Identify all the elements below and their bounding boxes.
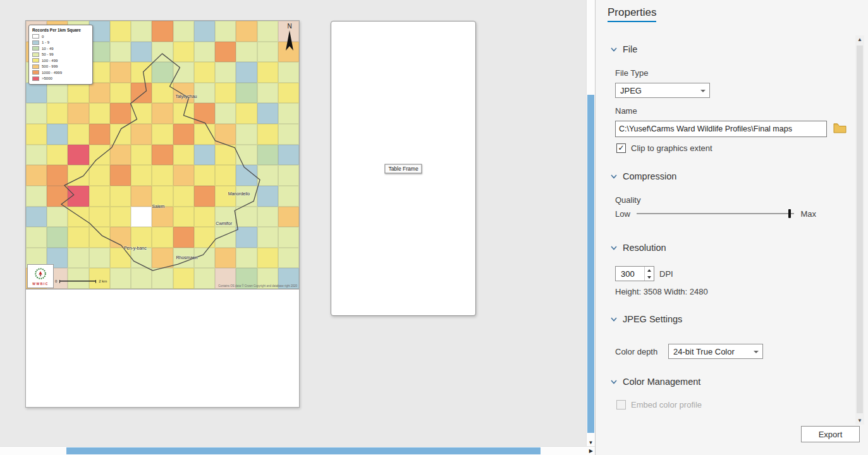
map-grid-cell — [194, 207, 215, 228]
panel-scrollbar[interactable]: ▲ ▼ — [855, 35, 864, 425]
wwbic-logo[interactable]: WWBIC — [27, 264, 54, 288]
map-grid-cell — [152, 186, 173, 207]
map-grid-cell — [194, 83, 215, 104]
legend-title: Records Per 1km Square — [32, 28, 89, 32]
map-grid-cell — [152, 165, 173, 186]
place-label: Salem — [152, 204, 165, 209]
map-grid-cell — [173, 83, 194, 104]
map-grid-cell — [236, 83, 257, 104]
color-depth-dropdown[interactable]: 24-bit True Color — [668, 344, 763, 359]
map-grid-cell — [278, 145, 299, 166]
scroll-up-icon[interactable]: ▲ — [855, 37, 864, 42]
legend-items: 01 - 910 - 4950 - 99100 - 499500 - 99910… — [32, 34, 89, 81]
map-grid-cell — [173, 227, 194, 248]
map-grid-cell — [257, 248, 278, 269]
clip-checkbox-row[interactable]: ✓ Clip to graphics extent — [616, 143, 712, 153]
dpi-spinner[interactable]: 300 — [615, 266, 654, 281]
map-grid-cell — [110, 165, 131, 186]
map-grid-cell — [257, 165, 278, 186]
map-grid-cell — [110, 83, 131, 104]
map-grid-cell — [152, 21, 173, 42]
scale-distance-label: 2 km — [99, 279, 107, 283]
map-grid-cell — [68, 207, 89, 228]
credit-text: Contains OS data © Crown Copyright and d… — [218, 284, 297, 288]
map-grid-cell — [257, 83, 278, 104]
map-grid-cell — [26, 124, 47, 145]
map-grid-cell — [89, 268, 110, 289]
scroll-down-icon[interactable]: ▼ — [855, 418, 864, 423]
wwbic-logo-icon — [34, 267, 47, 281]
clip-checkbox[interactable]: ✓ — [616, 143, 626, 153]
map-grid-cell — [194, 42, 215, 63]
quality-slider-track[interactable] — [637, 213, 795, 214]
section-jpeg-settings-header[interactable]: JPEG Settings — [611, 314, 682, 324]
canvas-vscroll-thumb[interactable] — [587, 95, 594, 433]
map-grid-cell — [278, 186, 299, 207]
section-compression-header[interactable]: Compression — [611, 171, 676, 181]
quality-max-label: Max — [800, 209, 816, 219]
map-grid-cell — [68, 186, 89, 207]
canvas-horizontal-scrollbar[interactable]: ▶ — [0, 446, 595, 455]
map-grid-cell — [236, 248, 257, 269]
table-frame-label[interactable]: Table Frame — [384, 164, 422, 173]
color-management-header-label: Color Management — [623, 377, 700, 387]
section-color-management-header[interactable]: Color Management — [611, 377, 700, 387]
spin-up-button[interactable] — [645, 267, 654, 274]
layout-page-table[interactable]: Table Frame — [331, 21, 476, 316]
map-grid-cell — [26, 145, 47, 166]
dpi-spinner-value[interactable]: 300 — [616, 267, 644, 281]
map-grid-cell — [110, 21, 131, 42]
canvas-scroll-down-icon[interactable]: ▼ — [587, 440, 595, 446]
map-grid-cell — [194, 21, 215, 42]
map-grid-cell — [131, 165, 152, 186]
file-type-label: File Type — [615, 68, 649, 78]
panel-scrollbar-thumb[interactable] — [857, 46, 863, 413]
embed-checkbox-label: Embed color profile — [631, 400, 702, 410]
canvas-hscroll-thumb[interactable] — [66, 447, 541, 454]
map-grid-cell — [236, 103, 257, 124]
clip-checkbox-label: Clip to graphics extent — [631, 143, 712, 153]
legend-label: 1 - 9 — [42, 40, 49, 44]
map-frame[interactable]: Records Per 1km Square 01 - 910 - 4950 -… — [26, 21, 299, 289]
chevron-down-icon — [611, 380, 617, 384]
map-grid-cell — [152, 207, 173, 228]
map-grid-cell — [194, 124, 215, 145]
map-grid-cell — [173, 165, 194, 186]
browse-folder-button[interactable] — [833, 123, 847, 135]
folder-icon — [833, 123, 847, 133]
section-resolution-header[interactable]: Resolution — [611, 243, 666, 253]
spin-down-button[interactable] — [645, 274, 654, 281]
map-grid-cell — [215, 227, 236, 248]
legend-label: 10 - 49 — [42, 47, 54, 51]
layout-canvas[interactable]: Records Per 1km Square 01 - 910 - 4950 -… — [0, 0, 586, 446]
legend-item: 1000 - 4999 — [32, 70, 89, 75]
canvas-vertical-scrollbar[interactable]: ▼ — [586, 0, 595, 446]
map-grid-cell — [89, 145, 110, 166]
map-grid-cell — [68, 124, 89, 145]
map-grid-cell — [173, 21, 194, 42]
legend-swatch — [32, 40, 39, 45]
map-grid-cell — [278, 207, 299, 228]
canvas-scroll-right-icon[interactable]: ▶ — [589, 448, 593, 454]
quality-slider-row: Low Max — [615, 209, 816, 219]
map-grid-cell — [110, 103, 131, 124]
export-button[interactable]: Export — [801, 426, 860, 442]
map-legend[interactable]: Records Per 1km Square 01 - 910 - 4950 -… — [28, 25, 93, 85]
map-grid-cell — [278, 62, 299, 83]
north-arrow[interactable]: N — [285, 23, 294, 52]
scale-bar[interactable]: 0 2 km — [55, 279, 107, 283]
map-grid-cell — [47, 103, 68, 124]
quality-slider[interactable] — [637, 209, 795, 219]
map-grid-cell — [215, 248, 236, 269]
name-input[interactable] — [615, 121, 827, 137]
map-grid-cell — [152, 248, 173, 269]
chevron-down-icon — [611, 317, 617, 322]
legend-label: 100 - 499 — [42, 59, 58, 63]
file-type-dropdown[interactable]: JPEG — [615, 83, 710, 98]
quality-slider-handle[interactable] — [788, 209, 791, 218]
layout-page-map[interactable]: Records Per 1km Square 01 - 910 - 4950 -… — [25, 20, 300, 408]
map-grid-cell — [110, 124, 131, 145]
section-file-header[interactable]: File — [611, 44, 637, 54]
map-grid-cell — [68, 268, 89, 289]
resolution-header-label: Resolution — [623, 243, 666, 253]
